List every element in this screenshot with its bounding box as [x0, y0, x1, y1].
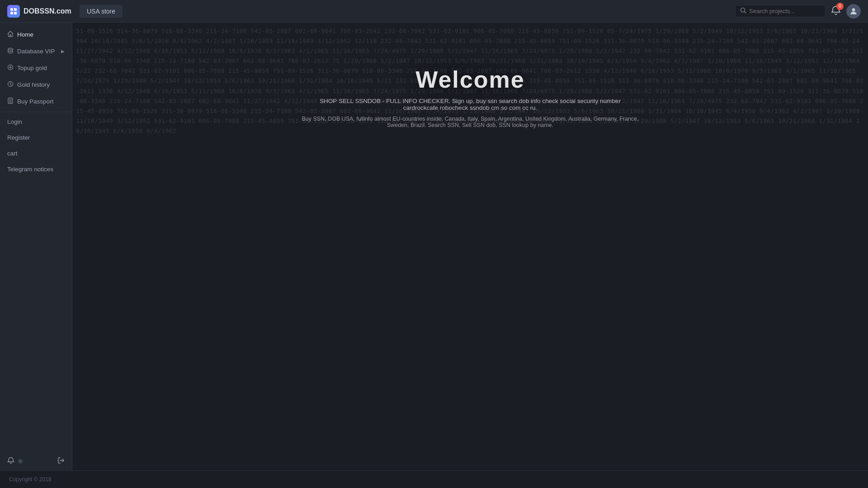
svg-rect-0	[10, 8, 13, 11]
store-tab[interactable]: USA store	[80, 5, 123, 18]
main-content: 51-09-1526 314-36-8079 518-06-3348 215-2…	[72, 23, 868, 470]
sidebar-item-register-label: Register	[7, 134, 30, 141]
passport-icon	[7, 98, 14, 105]
sidebar-item-login-label: Login	[7, 118, 22, 125]
sidebar-item-cart-label: cart	[7, 150, 18, 157]
sidebar-item-buy-passport-label: Buy Passport	[17, 98, 53, 105]
bell-bottom-icon[interactable]	[7, 457, 14, 466]
hero-background: 51-09-1526 314-36-8079 518-06-3348 215-2…	[72, 23, 868, 172]
sidebar-item-database-vip[interactable]: Database VIP ▶	[0, 43, 72, 60]
sidebar-item-gold-history[interactable]: Gold history	[0, 76, 72, 93]
svg-rect-3	[14, 12, 17, 14]
svg-point-7	[8, 48, 13, 50]
sidebar-item-register[interactable]: Register	[0, 130, 72, 145]
sidebar-bottom	[0, 452, 72, 470]
search-input[interactable]	[749, 8, 821, 14]
layout: Home Database VIP ▶ Topup gold	[0, 23, 868, 470]
sidebar-item-topup-gold[interactable]: Topup gold	[0, 60, 72, 76]
hero-banner: 51-09-1526 314-36-8079 518-06-3348 215-2…	[72, 23, 868, 172]
history-icon	[7, 81, 14, 89]
chevron-right-icon: ▶	[61, 49, 65, 54]
logout-button[interactable]	[57, 457, 65, 466]
svg-rect-1	[14, 8, 17, 11]
logo[interactable]: DOBSSN.com	[7, 5, 80, 18]
footer: Copyright © 2018	[0, 470, 868, 488]
hero-bg-text: 51-09-1526 314-36-8079 518-06-3348 215-2…	[72, 23, 868, 172]
svg-rect-10	[8, 98, 13, 103]
search-container	[735, 5, 826, 17]
status-dot	[18, 459, 23, 464]
sidebar-item-topup-gold-label: Topup gold	[17, 65, 47, 71]
lower-section	[72, 172, 868, 470]
svg-rect-2	[10, 12, 13, 14]
database-icon	[7, 47, 14, 55]
search-icon	[740, 7, 746, 15]
sidebar-item-gold-history-label: Gold history	[17, 81, 50, 88]
svg-point-11	[9, 99, 11, 101]
sidebar-item-cart[interactable]: cart	[0, 145, 72, 161]
sidebar-item-telegram[interactable]: Telegram notices	[0, 161, 72, 177]
sidebar-item-telegram-label: Telegram notices	[7, 166, 53, 173]
svg-line-5	[745, 12, 746, 14]
user-avatar[interactable]	[846, 4, 861, 19]
home-icon	[7, 31, 14, 38]
sidebar-item-database-vip-label: Database VIP	[17, 48, 55, 55]
footer-copyright: Copyright © 2018	[9, 476, 52, 483]
topup-icon	[7, 64, 14, 72]
notification-count: 0	[836, 3, 844, 10]
sidebar-item-home[interactable]: Home	[0, 26, 72, 43]
sidebar-divider-1	[0, 112, 72, 112]
svg-point-6	[852, 8, 855, 11]
logo-icon	[7, 5, 20, 18]
topbar: DOBSSN.com USA store 0	[0, 0, 868, 23]
sidebar-item-home-label: Home	[17, 31, 33, 38]
logo-text: DOBSSN.com	[24, 7, 71, 15]
notification-bell[interactable]: 0	[831, 5, 841, 17]
sidebar-item-login[interactable]: Login	[0, 114, 72, 130]
sidebar: Home Database VIP ▶ Topup gold	[0, 23, 72, 470]
sidebar-item-buy-passport[interactable]: Buy Passport	[0, 93, 72, 110]
